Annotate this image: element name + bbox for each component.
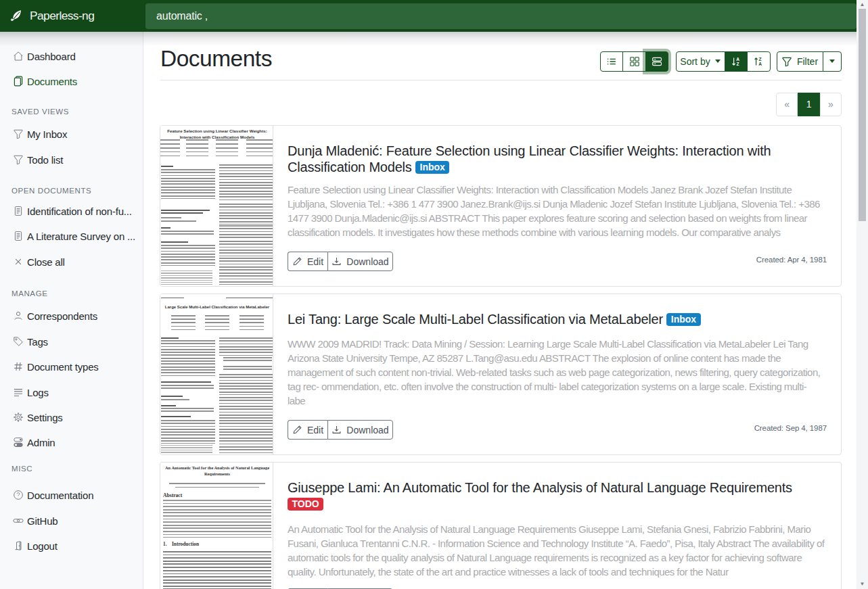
- svg-text:A: A: [736, 57, 739, 62]
- svg-text:Z: Z: [736, 62, 739, 66]
- svg-text:A: A: [758, 62, 762, 66]
- svg-text:Z: Z: [759, 57, 762, 62]
